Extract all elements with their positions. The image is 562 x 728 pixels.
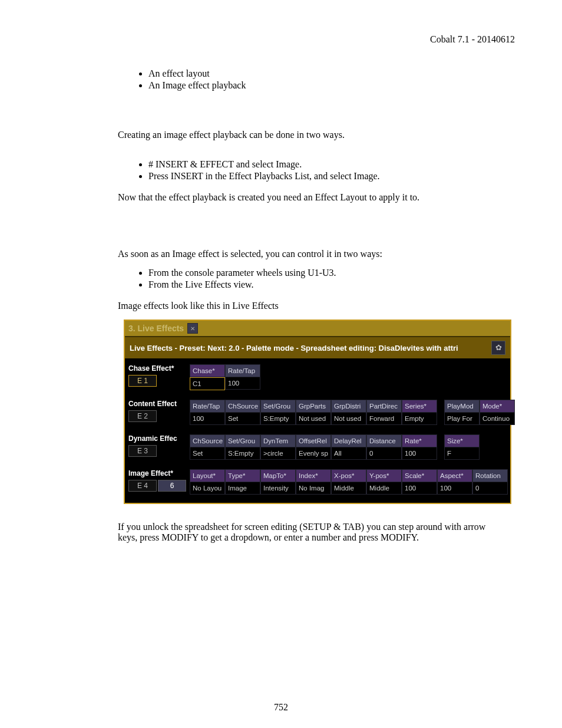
effects-grid: Chase Effect*E 1Chase*C1Rate/Tap100Conte… <box>125 358 510 503</box>
param-header[interactable]: Layout* <box>190 469 225 482</box>
effect-label: Content Effect <box>128 400 190 408</box>
list-item: From the console parameter wheels using … <box>148 268 504 278</box>
param-value[interactable]: S:Empty <box>260 413 296 425</box>
param-header[interactable]: OffsetRel <box>296 434 331 447</box>
param-header[interactable]: Series* <box>402 400 437 413</box>
effect-slot-count[interactable]: 6 <box>158 480 186 492</box>
param-header[interactable]: GrpDistri <box>331 400 366 413</box>
param-header[interactable]: PlayMod <box>444 400 480 413</box>
effect-slot[interactable]: E 3 <box>128 445 157 457</box>
param-value[interactable]: No Imag <box>296 482 331 495</box>
effect-slot[interactable]: E 4 <box>128 480 157 492</box>
param-value[interactable]: 100 <box>437 482 472 495</box>
bullet-list-create: # INSERT & EFFECT and select Image. Pres… <box>148 159 504 182</box>
param-value[interactable]: F <box>444 447 480 460</box>
param-header[interactable]: Size* <box>444 434 480 447</box>
list-item: An Image effect playback <box>148 80 504 91</box>
effect-row: Content EffectE 2Rate/Tap100ChSourceSetS… <box>128 400 507 425</box>
param-header[interactable]: Scale* <box>402 469 437 482</box>
param-value[interactable]: C1 <box>190 377 225 390</box>
param-header[interactable]: Distance <box>366 434 402 447</box>
param-value[interactable]: Empty <box>402 413 437 425</box>
paragraph: Creating an image effect playback can be… <box>118 130 504 140</box>
param-header[interactable]: Type* <box>225 469 260 482</box>
param-header[interactable]: Index* <box>296 469 331 482</box>
param-header[interactable]: Chase* <box>190 364 225 377</box>
param-header[interactable]: Rate/Tap <box>225 364 260 377</box>
param-value[interactable]: Intensity <box>260 482 296 495</box>
effect-params: Rate/Tap100ChSourceSetSet/GrouS:EmptyGrp… <box>190 400 515 425</box>
param-value[interactable]: >circle <box>260 447 296 460</box>
effect-row: Dynamic EffecE 3ChSourceSetSet/GrouS:Emp… <box>128 434 507 460</box>
param-value[interactable]: Not used <box>296 413 331 425</box>
param-header[interactable]: Mode* <box>480 400 515 413</box>
effect-params: ChSourceSetSet/GrouS:EmptyDynTem>circleO… <box>190 434 480 460</box>
param-value[interactable]: 100 <box>402 447 437 460</box>
list-item: Press INSERT in the Effect Playbacks Lis… <box>148 171 504 182</box>
close-icon[interactable]: ✕ <box>187 323 198 334</box>
page-number: 752 <box>0 702 562 713</box>
param-value[interactable]: Evenly sp <box>296 447 331 460</box>
bullet-list-control: From the console parameter wheels using … <box>148 268 504 290</box>
param-value[interactable]: Play For <box>444 413 480 425</box>
param-header[interactable]: PartDirec <box>366 400 402 413</box>
paragraph: As soon as an Image effect is selected, … <box>118 249 504 259</box>
param-header[interactable]: Rotation <box>472 469 508 482</box>
param-value[interactable]: 100 <box>225 377 260 390</box>
param-value[interactable]: S:Empty <box>225 447 260 460</box>
effect-slot[interactable]: E 2 <box>128 410 157 422</box>
param-header[interactable]: Set/Grou <box>225 434 260 447</box>
param-value[interactable]: Continuo <box>480 413 515 425</box>
param-value[interactable]: Not used <box>331 413 366 425</box>
param-value[interactable]: 100 <box>402 482 437 495</box>
effect-label: Chase Effect* <box>128 364 190 373</box>
effect-params: Chase*C1Rate/Tap100 <box>190 364 260 390</box>
subheader-text: Live Effects - Preset: Next: 2.0 - Palet… <box>130 344 458 353</box>
param-value[interactable]: Middle <box>366 482 402 495</box>
effect-params: Layout*No LayouType*ImageMapTo*Intensity… <box>190 469 508 495</box>
param-value[interactable]: 100 <box>190 413 225 425</box>
param-value[interactable]: Forward <box>366 413 402 425</box>
param-header[interactable]: MapTo* <box>260 469 296 482</box>
param-header[interactable]: Aspect* <box>437 469 472 482</box>
paragraph: If you unlock the spreadsheet for screen… <box>118 522 504 543</box>
tab-bar: 3. Live Effects ✕ <box>125 321 510 336</box>
param-header[interactable]: Y-pos* <box>366 469 402 482</box>
param-value[interactable]: Set <box>225 413 260 425</box>
live-effects-panel: 3. Live Effects ✕ Live Effects - Preset:… <box>124 319 511 504</box>
list-item: From the Live Effects view. <box>148 279 504 290</box>
param-header[interactable]: GrpParts <box>296 400 331 413</box>
tab-title[interactable]: 3. Live Effects <box>128 324 184 333</box>
effect-row: Image Effect*E 46Layout*No LayouType*Ima… <box>128 469 507 495</box>
panel-subheader: Live Effects - Preset: Next: 2.0 - Palet… <box>125 336 510 358</box>
bullet-list-top: An effect layout An Image effect playbac… <box>148 68 504 91</box>
param-value[interactable]: 0 <box>472 482 508 495</box>
effect-slot[interactable]: E 1 <box>128 375 157 387</box>
param-value[interactable]: All <box>331 447 366 460</box>
effect-label: Image Effect* <box>128 469 190 477</box>
paragraph: Now that the effect playback is created … <box>118 192 504 203</box>
param-header[interactable]: Rate* <box>402 434 437 447</box>
param-header[interactable]: Rate/Tap <box>190 400 225 413</box>
list-item: # INSERT & EFFECT and select Image. <box>148 159 504 170</box>
param-header[interactable]: ChSource <box>225 400 260 413</box>
gear-icon[interactable]: ✿ <box>491 341 505 355</box>
param-value[interactable]: No Layou <box>190 482 225 495</box>
effect-label: Dynamic Effec <box>128 434 190 443</box>
param-value[interactable]: Image <box>225 482 260 495</box>
paragraph: Image effects look like this in Live Eff… <box>118 301 504 311</box>
param-value[interactable]: Middle <box>331 482 366 495</box>
param-header[interactable]: DynTem <box>260 434 296 447</box>
param-header[interactable]: DelayRel <box>331 434 366 447</box>
param-header[interactable]: ChSource <box>190 434 225 447</box>
effect-row: Chase Effect*E 1Chase*C1Rate/Tap100 <box>128 364 507 390</box>
param-value[interactable]: Set <box>190 447 225 460</box>
param-header[interactable]: X-pos* <box>331 469 366 482</box>
list-item: An effect layout <box>148 68 504 79</box>
page-header: Cobalt 7.1 - 20140612 <box>46 34 516 45</box>
param-header[interactable]: Set/Grou <box>260 400 296 413</box>
param-value[interactable]: 0 <box>366 447 402 460</box>
